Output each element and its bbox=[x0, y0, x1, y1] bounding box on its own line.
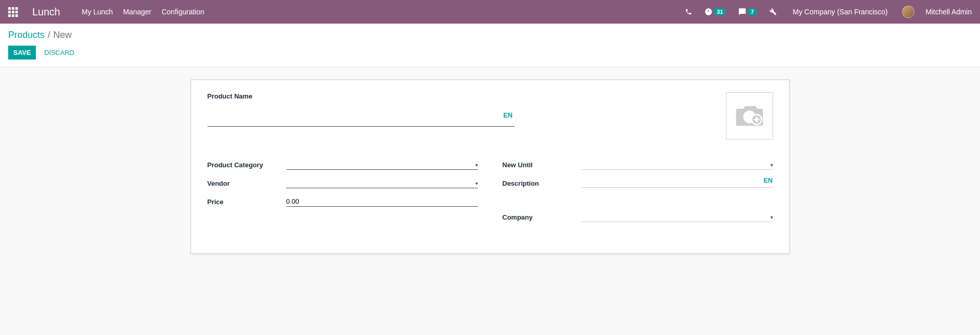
discard-button[interactable]: Discard bbox=[42, 46, 76, 60]
company-selector[interactable]: My Company (San Francisco) bbox=[793, 8, 888, 16]
breadcrumb: Products / New bbox=[8, 30, 972, 41]
save-button[interactable]: Save bbox=[8, 46, 36, 60]
description-input[interactable] bbox=[581, 176, 773, 188]
description-label: Description bbox=[503, 180, 581, 187]
breadcrumb-parent[interactable]: Products bbox=[8, 30, 45, 41]
top-navbar: Lunch My Lunch Manager Configuration 31 … bbox=[0, 0, 980, 24]
activity-icon[interactable]: 31 bbox=[702, 6, 728, 18]
control-panel: Products / New Save Discard bbox=[0, 24, 980, 67]
messaging-badge: 7 bbox=[747, 8, 757, 15]
description-language-badge[interactable]: EN bbox=[763, 176, 773, 184]
breadcrumb-current: New bbox=[53, 30, 72, 41]
price-input[interactable] bbox=[286, 196, 478, 207]
phone-icon[interactable] bbox=[683, 6, 694, 17]
vendor-select[interactable] bbox=[286, 178, 478, 188]
product-image-upload[interactable] bbox=[726, 92, 773, 140]
new-until-input[interactable] bbox=[581, 160, 773, 170]
name-language-badge[interactable]: EN bbox=[503, 111, 512, 119]
messaging-icon[interactable]: 7 bbox=[736, 6, 759, 18]
content-area: Product Name EN Product Category ▾ bbox=[0, 67, 980, 266]
nav-configuration[interactable]: Configuration bbox=[160, 6, 205, 18]
apps-menu-icon[interactable] bbox=[8, 7, 18, 17]
form-right-column: New Until ▾ Description EN Company bbox=[503, 158, 773, 229]
nav-my-lunch[interactable]: My Lunch bbox=[81, 6, 114, 18]
control-panel-actions: Save Discard bbox=[8, 46, 972, 60]
user-menu[interactable]: Mitchell Admin bbox=[926, 8, 972, 16]
nav-manager[interactable]: Manager bbox=[122, 6, 152, 18]
form-left-column: Product Category ▾ Vendor ▾ Price bbox=[207, 158, 478, 229]
form-sheet: Product Name EN Product Category ▾ bbox=[191, 80, 790, 254]
price-label: Price bbox=[207, 198, 286, 206]
camera-plus-icon bbox=[735, 105, 764, 127]
product-name-input[interactable] bbox=[207, 103, 515, 127]
breadcrumb-separator: / bbox=[48, 30, 50, 41]
product-category-select[interactable] bbox=[286, 160, 478, 170]
product-category-label: Product Category bbox=[207, 161, 286, 169]
vendor-label: Vendor bbox=[207, 180, 286, 187]
user-avatar[interactable] bbox=[902, 6, 914, 18]
company-label: Company bbox=[503, 213, 581, 221]
app-brand: Lunch bbox=[32, 6, 60, 18]
company-select[interactable] bbox=[581, 212, 773, 222]
new-until-label: New Until bbox=[503, 161, 581, 169]
activity-badge: 31 bbox=[714, 8, 726, 15]
product-name-label: Product Name bbox=[207, 92, 726, 100]
debug-icon[interactable] bbox=[767, 6, 779, 17]
